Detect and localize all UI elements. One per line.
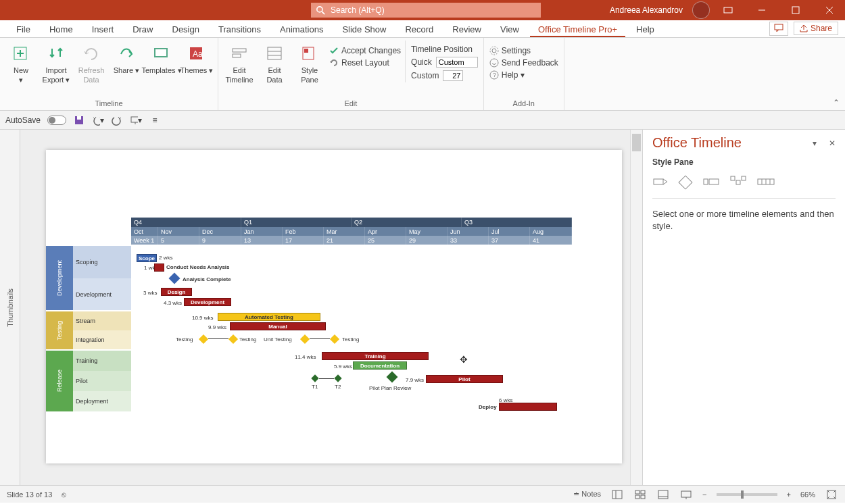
bar-training[interactable]: Training xyxy=(322,352,429,360)
milestone-analysis[interactable] xyxy=(169,273,180,284)
search-box[interactable]: Search (Alt+Q) xyxy=(311,3,541,18)
fit-to-window-icon[interactable] xyxy=(825,488,838,501)
bar-design[interactable]: Design xyxy=(161,288,192,296)
check-icon xyxy=(329,46,339,55)
present-icon[interactable]: ▾ xyxy=(130,114,142,126)
title-bar: Presentation2.pptx Search (Alt+Q) Andree… xyxy=(0,0,845,20)
close-button[interactable] xyxy=(814,0,845,20)
redo-icon[interactable] xyxy=(111,114,123,126)
bar-deploy[interactable] xyxy=(499,403,557,411)
tab-help[interactable]: Help xyxy=(628,22,662,37)
svg-rect-15 xyxy=(233,49,246,52)
custom-input[interactable] xyxy=(443,70,463,81)
label-deploy: Deploy xyxy=(479,404,497,410)
edit-timeline-button[interactable]: EditTimeline xyxy=(224,41,255,84)
tab-transitions[interactable]: Transitions xyxy=(210,22,269,37)
zoom-slider[interactable] xyxy=(717,493,777,496)
bar-needs[interactable] xyxy=(154,263,164,272)
minimize-button[interactable] xyxy=(746,0,777,20)
accessibility-icon[interactable]: ⎋ xyxy=(62,490,66,499)
shape-milestone-bar-icon[interactable] xyxy=(729,175,747,188)
bar-pilot[interactable]: Pilot xyxy=(426,375,503,383)
collapse-ribbon-icon[interactable]: ⌃ xyxy=(833,98,840,107)
ribbon: New▾ ImportExport ▾ RefreshData Share ▾ … xyxy=(0,38,845,111)
thumbnails-bar[interactable]: Thumbnails xyxy=(0,130,20,485)
milestone-testing3[interactable] xyxy=(330,334,339,344)
shape-timeline-icon[interactable] xyxy=(756,175,775,188)
save-icon[interactable] xyxy=(73,114,85,126)
pane-options-icon[interactable]: ▾ xyxy=(813,138,817,148)
shape-diamond-icon[interactable] xyxy=(678,175,693,190)
milestone-unit[interactable] xyxy=(300,334,310,344)
bar-automated-testing[interactable]: Automated Testing xyxy=(218,313,320,321)
edit-data-button[interactable]: EditData xyxy=(259,41,290,84)
label-design-dur: 3 wks xyxy=(143,290,157,296)
user-avatar[interactable] xyxy=(692,1,710,19)
view-normal-icon[interactable] xyxy=(610,488,624,501)
tab-slideshow[interactable]: Slide Show xyxy=(334,22,394,37)
bar-development[interactable]: Development xyxy=(184,298,231,306)
milestone-testing2[interactable] xyxy=(228,334,238,344)
milestone-t1[interactable] xyxy=(311,374,318,382)
view-reading-icon[interactable] xyxy=(656,488,670,501)
tab-office-timeline[interactable]: Office Timeline Pro+ xyxy=(530,22,625,37)
notes-button[interactable]: ≐ Notes xyxy=(573,490,601,499)
milestone-testing1[interactable] xyxy=(199,334,208,344)
bar-scope[interactable]: Scope xyxy=(137,254,157,262)
style-pane-button[interactable]: StylePane xyxy=(294,41,325,84)
ribbon-mode-icon[interactable] xyxy=(713,0,744,20)
bar-documentation[interactable]: Documentation xyxy=(353,361,407,370)
share-button[interactable]: Share xyxy=(794,22,838,35)
svg-rect-32 xyxy=(679,176,692,189)
view-slideshow-icon[interactable] xyxy=(679,488,693,501)
bar-manual[interactable]: Manual xyxy=(230,322,326,330)
milestone-t2[interactable] xyxy=(334,374,341,382)
reset-layout-button[interactable]: Reset Layout xyxy=(329,57,401,69)
search-icon xyxy=(316,6,325,15)
vertical-scrollbar[interactable] xyxy=(630,130,642,485)
tab-view[interactable]: View xyxy=(492,22,527,37)
label-testing2: Testing xyxy=(239,336,256,343)
help-button[interactable]: ?Help ▾ xyxy=(489,69,558,81)
new-button[interactable]: New▾ xyxy=(5,41,37,84)
slide-canvas[interactable]: Q4 Q1 Q2 Q3 Oct Nov Dec Jan Feb Mar Apr … xyxy=(20,130,630,485)
comments-button[interactable] xyxy=(769,22,788,36)
qat-more-icon[interactable]: ≡ xyxy=(149,114,161,126)
svg-rect-4 xyxy=(792,7,799,14)
view-sorter-icon[interactable] xyxy=(633,488,647,501)
tab-review[interactable]: Review xyxy=(444,22,489,37)
tab-design[interactable]: Design xyxy=(164,22,208,37)
milestone-pilotrev[interactable] xyxy=(387,372,398,383)
timeline-position-label: Timeline Position xyxy=(411,43,478,55)
import-export-button[interactable]: ImportExport ▾ xyxy=(41,41,72,84)
slide[interactable]: Q4 Q1 Q2 Q3 Oct Nov Dec Jan Feb Mar Apr … xyxy=(46,150,622,463)
autosave-toggle[interactable] xyxy=(47,116,66,125)
shape-flag-icon[interactable] xyxy=(652,175,669,188)
svg-rect-16 xyxy=(233,54,241,57)
tab-insert[interactable]: Insert xyxy=(84,22,122,37)
undo-icon[interactable]: ▾ xyxy=(92,114,104,126)
accept-changes-button[interactable]: Accept Changes xyxy=(329,45,401,57)
shape-bar-icon[interactable] xyxy=(702,175,720,188)
tab-animations[interactable]: Animations xyxy=(272,22,331,37)
zoom-level[interactable]: 66% xyxy=(800,490,815,499)
tab-record[interactable]: Record xyxy=(397,22,441,37)
svg-point-0 xyxy=(317,6,322,11)
tab-home[interactable]: Home xyxy=(41,22,81,37)
send-feedback-button[interactable]: Send Feedback xyxy=(489,57,558,69)
templates-button[interactable]: Templates ▾ xyxy=(146,41,177,75)
share-timeline-button[interactable]: Share ▾ xyxy=(111,41,142,75)
themes-button[interactable]: AaThemes ▾ xyxy=(181,41,212,75)
svg-rect-29 xyxy=(131,117,138,122)
user-name[interactable]: Andreea Alexandrov xyxy=(603,5,690,15)
zoom-in-button[interactable]: + xyxy=(787,490,791,499)
maximize-button[interactable] xyxy=(780,0,811,20)
pane-close-icon[interactable]: ✕ xyxy=(829,138,836,148)
tab-file[interactable]: File xyxy=(8,22,39,37)
quick-select[interactable] xyxy=(436,57,478,68)
group-edit: Edit xyxy=(224,99,478,110)
month-cell: Oct xyxy=(131,227,158,236)
zoom-out-button[interactable]: − xyxy=(702,490,706,499)
settings-button[interactable]: Settings xyxy=(489,45,558,57)
tab-draw[interactable]: Draw xyxy=(124,22,161,37)
